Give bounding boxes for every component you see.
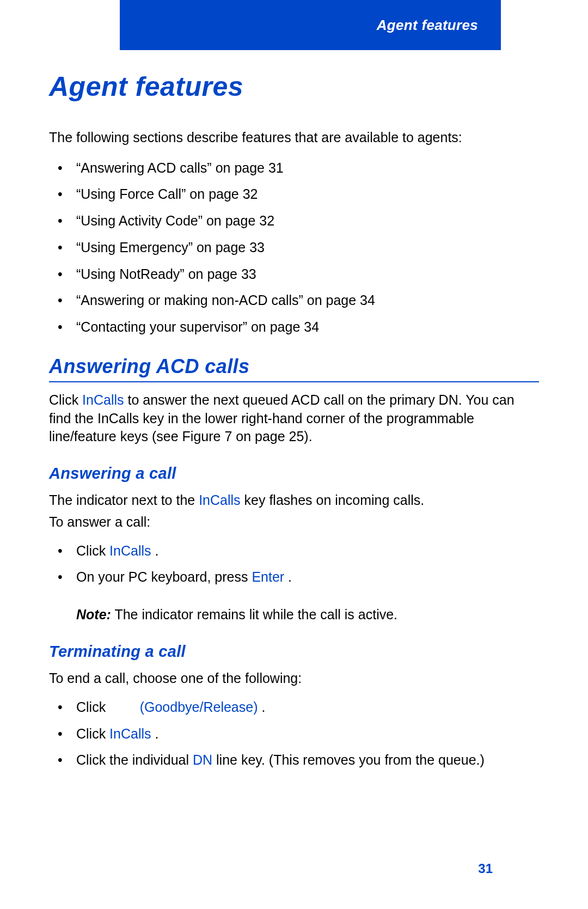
text-fragment: Click (49, 392, 82, 407)
section-heading-answering-call: Answering a call (49, 465, 539, 483)
list-item: Click the individual DN line key. (This … (76, 749, 539, 771)
dn-key-label: DN (193, 752, 212, 767)
header-bar: Agent features (120, 0, 501, 50)
section-heading-answering-acd: Answering ACD calls (49, 355, 539, 382)
list-item: Click InCalls . (76, 723, 539, 745)
note-text: The indicator remains lit while the call… (111, 607, 397, 622)
toc-item: “Using Force Call” on page 32 (76, 184, 539, 205)
toc-item: “Answering ACD calls” on page 31 (76, 157, 539, 179)
enter-key-label: Enter (252, 569, 284, 584)
toc-item: “Using Activity Code” on page 32 (76, 210, 539, 231)
incalls-key-label: InCalls (82, 392, 124, 407)
text-fragment: key flashes on incoming calls. (241, 492, 425, 508)
list-item: On your PC keyboard, press Enter . (76, 566, 539, 588)
s2-steps-list: Click InCalls . On your PC keyboard, pre… (49, 540, 539, 588)
s1-paragraph: Click InCalls to answer the next queued … (49, 391, 539, 446)
toc-item: “Using NotReady” on page 33 (76, 264, 539, 285)
list-item: Click (Goodbye/Release) . (76, 697, 539, 718)
s2-paragraph-2: To answer a call: (49, 513, 539, 532)
text-fragment: On your PC keyboard, press (76, 569, 252, 584)
text-fragment: The indicator next to the (49, 492, 199, 508)
note-line: Note: The indicator remains lit while th… (76, 605, 539, 624)
content: Agent features The following sections de… (49, 0, 539, 771)
text-fragment: . (258, 699, 265, 715)
header-label: Agent features (377, 17, 478, 34)
text-fragment: Click (76, 726, 109, 741)
toc-item: “Using Emergency” on page 33 (76, 237, 539, 258)
s3-paragraph: To end a call, choose one of the followi… (49, 669, 539, 688)
s3-steps-list: Click (Goodbye/Release) . Click InCalls … (49, 697, 539, 771)
incalls-key-label: InCalls (109, 726, 151, 741)
text-fragment: . (284, 569, 292, 584)
note-label: Note: (76, 607, 111, 622)
incalls-key-label: InCalls (109, 543, 151, 558)
toc-item: “Contacting your supervisor” on page 34 (76, 316, 539, 338)
toc-item: “Answering or making non-ACD calls” on p… (76, 290, 539, 311)
toc-list: “Answering ACD calls” on page 31 “Using … (49, 157, 539, 338)
text-fragment: . (151, 543, 159, 558)
s2-paragraph-1: The indicator next to the InCalls key fl… (49, 491, 539, 510)
goodbye-release-key-label: (Goodbye/Release) (140, 699, 258, 715)
text-fragment: Click (76, 543, 109, 558)
intro-paragraph: The following sections describe features… (49, 129, 539, 147)
section-heading-terminating-call: Terminating a call (49, 643, 539, 661)
text-fragment: Click (76, 699, 109, 715)
incalls-key-label: InCalls (199, 492, 240, 508)
page-title: Agent features (49, 71, 539, 102)
page: Agent features Agent features The follow… (0, 0, 588, 909)
text-fragment: Click the individual (76, 752, 193, 767)
page-number: 31 (478, 861, 493, 876)
list-item: Click InCalls . (76, 540, 539, 562)
text-fragment: . (151, 726, 159, 741)
text-fragment: line key. (This removes you from the que… (212, 752, 485, 767)
